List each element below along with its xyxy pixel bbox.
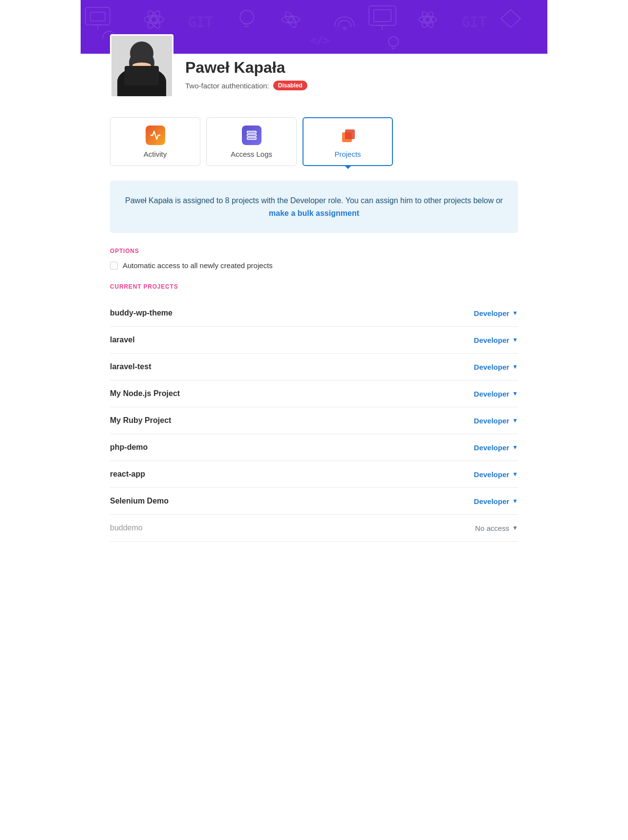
project-name: buddemo (110, 524, 143, 532)
current-projects-section: CURRENT PROJECTS (110, 283, 518, 290)
dropdown-arrow-icon: ▼ (512, 363, 518, 370)
svg-point-9 (240, 10, 254, 24)
project-row: My Node.js ProjectDeveloper▼ (110, 380, 518, 407)
project-name: My Node.js Project (110, 389, 180, 398)
role-text: Developer (474, 363, 510, 371)
project-name: buddy-wp-theme (110, 309, 173, 317)
dropdown-arrow-icon: ▼ (512, 498, 518, 504)
profile-section: Paweł Kapała Two-factor authentication: … (81, 34, 547, 107)
project-row: react-appDeveloper▼ (110, 461, 518, 488)
tab-projects-label: Projects (334, 150, 361, 158)
project-row: Selenium DemoDeveloper▼ (110, 488, 518, 515)
role-dropdown[interactable]: Developer▼ (474, 417, 518, 425)
dropdown-arrow-icon: ▼ (512, 444, 518, 451)
svg-marker-23 (501, 10, 520, 27)
tab-access-logs[interactable]: Access Logs (206, 117, 297, 166)
profile-name: Paweł Kapała (185, 59, 307, 77)
project-name: react-app (110, 470, 145, 479)
svg-rect-26 (247, 131, 256, 133)
options-section: OPTIONS Automatic access to all newly cr… (110, 248, 518, 270)
auto-access-row: Automatic access to all newly created pr… (110, 261, 518, 270)
svg-rect-28 (247, 137, 256, 139)
auto-access-label: Automatic access to all newly created pr… (123, 261, 273, 270)
dropdown-arrow-icon: ▼ (512, 336, 518, 343)
role-text: No access (475, 524, 509, 532)
role-text: Developer (474, 390, 510, 398)
auto-access-checkbox[interactable] (110, 262, 118, 270)
project-row: laravelDeveloper▼ (110, 327, 518, 354)
svg-rect-27 (247, 134, 256, 136)
project-row: buddemoNo access▼ (110, 515, 518, 542)
svg-point-18 (425, 17, 430, 22)
role-text: Developer (474, 470, 510, 479)
two-factor-label: Two-factor authentication: (185, 82, 269, 90)
activity-icon (146, 126, 165, 145)
svg-rect-3 (90, 12, 105, 21)
project-name: php-demo (110, 443, 148, 452)
svg-text:GIT: GIT (462, 14, 487, 30)
dropdown-arrow-icon: ▼ (512, 471, 518, 478)
svg-rect-15 (374, 10, 391, 21)
project-row: buddy-wp-themeDeveloper▼ (110, 300, 518, 327)
info-text-before: Paweł Kapała is assigned to 8 projects w… (125, 196, 503, 205)
dropdown-arrow-icon: ▼ (512, 310, 518, 316)
role-dropdown[interactable]: Developer▼ (474, 390, 518, 398)
info-box: Paweł Kapała is assigned to 8 projects w… (110, 181, 518, 233)
role-text: Developer (474, 417, 510, 425)
options-label: OPTIONS (110, 248, 518, 254)
project-name: laravel (110, 336, 135, 344)
role-dropdown[interactable]: Developer▼ (474, 336, 518, 344)
tabs-container: Activity Access Logs Projects (81, 117, 547, 166)
current-projects-label: CURRENT PROJECTS (110, 283, 518, 290)
project-row: laravel-testDeveloper▼ (110, 354, 518, 380)
tab-access-logs-label: Access Logs (231, 150, 272, 158)
svg-rect-30 (345, 129, 355, 139)
role-text: Developer (474, 309, 510, 317)
role-dropdown[interactable]: Developer▼ (474, 497, 518, 505)
role-text: Developer (474, 443, 510, 452)
profile-info: Paweł Kapała Two-factor authentication: … (185, 34, 307, 90)
project-name: laravel-test (110, 362, 152, 371)
role-dropdown[interactable]: Developer▼ (474, 309, 518, 317)
access-logs-icon (242, 126, 261, 145)
project-name: Selenium Demo (110, 497, 169, 505)
project-name: My Ruby Project (110, 416, 171, 425)
avatar (110, 34, 173, 98)
bulk-assignment-link[interactable]: make a bulk assignment (269, 209, 359, 217)
tab-projects[interactable]: Projects (303, 117, 393, 166)
project-row: My Ruby ProjectDeveloper▼ (110, 407, 518, 434)
role-text: Developer (474, 336, 510, 344)
tab-activity[interactable]: Activity (110, 117, 200, 166)
role-dropdown[interactable]: Developer▼ (474, 470, 518, 479)
profile-2fa: Two-factor authentication: Disabled (185, 81, 307, 90)
role-text: Developer (474, 497, 510, 505)
projects-list: buddy-wp-themeDeveloper▼laravelDeveloper… (110, 300, 518, 542)
info-box-text: Paweł Kapała is assigned to 8 projects w… (125, 194, 503, 219)
role-dropdown[interactable]: Developer▼ (474, 363, 518, 371)
svg-rect-0 (86, 7, 110, 25)
svg-point-10 (288, 17, 293, 22)
dropdown-arrow-icon: ▼ (512, 390, 518, 397)
two-factor-badge: Disabled (273, 81, 307, 90)
svg-point-12 (283, 10, 298, 29)
svg-point-4 (151, 17, 157, 22)
dropdown-arrow-icon: ▼ (512, 417, 518, 424)
svg-rect-14 (369, 6, 396, 25)
role-dropdown[interactable]: Developer▼ (474, 443, 518, 452)
projects-icon (338, 126, 358, 145)
dropdown-arrow-icon: ▼ (512, 525, 518, 531)
role-dropdown[interactable]: No access▼ (475, 524, 518, 532)
project-row: php-demoDeveloper▼ (110, 434, 518, 461)
svg-text:GIT: GIT (188, 14, 213, 30)
svg-point-13 (343, 27, 346, 30)
tab-activity-label: Activity (144, 150, 167, 158)
